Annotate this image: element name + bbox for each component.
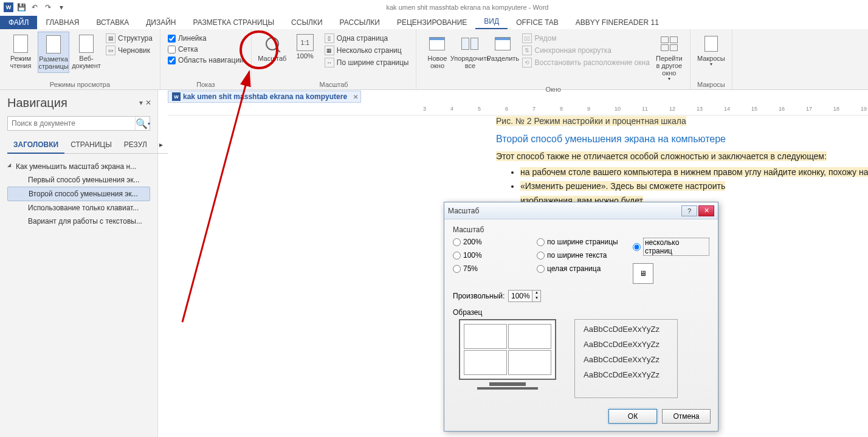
print-layout-button[interactable]: Разметка страницы <box>38 32 69 73</box>
grid-checkbox[interactable]: Сетка <box>168 45 244 53</box>
nav-item-2[interactable]: Второй способ уменьшения эк... <box>7 187 150 201</box>
read-mode-button[interactable]: Режим чтения <box>5 32 36 72</box>
reset-position-button[interactable]: ⟲Восстановить расположение окна <box>520 57 652 68</box>
title-bar: W 💾 ↶ ↷ ▾ kak umen shit masshtab ekrana … <box>0 0 868 15</box>
zoom-group-label: Масштаб <box>257 80 412 88</box>
navigation-pane: Навигация ▾ ✕ 🔍▾ ЗАГОЛОВКИ СТРАНИЦЫ РЕЗУ… <box>0 90 158 437</box>
doc-heading: Второй способ уменьшения экрана на компь… <box>496 132 868 146</box>
ok-button[interactable]: ОК <box>608 409 657 424</box>
macros-button[interactable]: Макросы▾ <box>695 32 727 70</box>
radio-75[interactable]: 75% <box>453 264 537 273</box>
multi-page-button[interactable]: ▦Несколько страниц <box>322 45 412 56</box>
qat-redo[interactable]: ↷ <box>43 2 53 13</box>
radio-100[interactable]: 100% <box>453 251 537 260</box>
tab-layout[interactable]: РАЗМЕТКА СТРАНИЦЫ <box>185 16 283 29</box>
radio-text-width[interactable]: по ширине текста <box>537 251 633 260</box>
tab-insert[interactable]: ВСТАВКА <box>88 16 137 29</box>
custom-zoom-label: Произвольный: <box>453 292 505 300</box>
dialog-title-bar[interactable]: Масштаб ? ✕ <box>444 202 718 219</box>
radio-page-width[interactable]: по ширине страницы <box>537 238 633 246</box>
ribbon: Режим чтения Разметка страницы Веб-докум… <box>0 29 868 90</box>
tab-file[interactable]: ФАЙЛ <box>0 16 37 29</box>
custom-zoom-spinner[interactable]: ▲▼ <box>508 290 541 302</box>
tab-view[interactable]: ВИД <box>475 15 508 29</box>
tab-design[interactable]: ДИЗАЙН <box>137 16 184 29</box>
sync-scroll-button[interactable]: ⇅Синхронная прокрутка <box>520 45 652 56</box>
sample-monitor <box>453 319 562 398</box>
tab-home[interactable]: ГЛАВНАЯ <box>37 16 88 29</box>
views-group-label: Режимы просмотра <box>5 80 155 88</box>
spin-up[interactable]: ▲ <box>532 291 540 296</box>
show-group-label: Показ <box>165 80 246 88</box>
draft-button[interactable]: ▭Черновик <box>103 45 155 56</box>
nav-item-root[interactable]: Как уменьшить масштаб экрана н... <box>7 160 150 173</box>
split-button[interactable]: Разделить <box>487 32 518 64</box>
sample-text-box: AaBbCcDdEeXxYyZz AaBbCcDdEeXxYyZz AaBbCc… <box>574 319 678 398</box>
doc-p1: Этот способ также не отличается особой с… <box>496 151 827 161</box>
doc-li1: на рабочем столе вашего компьютера в ниж… <box>520 167 868 177</box>
qat-save[interactable]: 💾 <box>16 2 27 13</box>
document-tab-bar: W kak umen shit masshtab ekrana na kompy… <box>168 90 361 103</box>
side-by-side-button[interactable]: ▯▯Рядом <box>520 33 652 44</box>
radio-whole-page[interactable]: целая страница <box>537 264 633 273</box>
word-icon: W <box>4 2 13 12</box>
monitor-icon: 🖥 <box>639 269 647 278</box>
search-icon[interactable]: 🔍▾ <box>135 117 150 130</box>
window-title: kak umen shit masshtab ekrana na kompyut… <box>67 4 868 11</box>
arrange-all-button[interactable]: Упорядочить все <box>454 32 486 72</box>
one-page-button[interactable]: ▯Одна страница <box>322 33 412 44</box>
radio-many-pages[interactable]: несколько страниц <box>633 238 709 256</box>
navtab-more[interactable]: ▸ <box>153 137 169 154</box>
navtab-pages[interactable]: СТРАНИЦЫ <box>64 137 118 154</box>
navtab-results[interactable]: РЕЗУЛ <box>118 137 153 154</box>
navpane-close[interactable]: ✕ <box>145 98 151 107</box>
qat-undo[interactable]: ↶ <box>29 2 40 13</box>
tab-references[interactable]: ССЫЛКИ <box>283 16 331 29</box>
navigation-title: Навигация <box>7 96 150 110</box>
navpane-dropdown[interactable]: ▾ <box>139 98 143 107</box>
horizontal-ruler[interactable]: 345678910111213141516171819202122 <box>168 105 868 115</box>
tab-mailings[interactable]: РАССЫЛКИ <box>331 16 388 29</box>
word-doc-icon: W <box>172 92 181 101</box>
page-width-button[interactable]: ↔По ширине страницы <box>322 57 412 68</box>
nav-item-1[interactable]: Первый способ уменьшения эк... <box>7 173 150 187</box>
qat-customize[interactable]: ▾ <box>56 2 67 13</box>
tab-review[interactable]: РЕЦЕНЗИРОВАНИЕ <box>388 16 475 29</box>
spin-down[interactable]: ▼ <box>532 296 540 301</box>
switch-window-button[interactable]: Перейти в другое окно▾ <box>653 32 685 84</box>
doc-caption: Рис. № 2 Режим настройки и процентная шк… <box>496 116 686 126</box>
document-tab[interactable]: W kak umen shit masshtab ekrana na kompy… <box>168 91 361 103</box>
magnifier-icon <box>266 37 279 50</box>
nav-item-3[interactable]: Использование только клавиат... <box>7 201 150 215</box>
tab-office[interactable]: OFFICE TAB <box>508 16 567 29</box>
tab-abbyy[interactable]: ABBYY FineReader 11 <box>567 16 667 29</box>
macros-group-label: Макросы <box>695 80 727 88</box>
radio-200[interactable]: 200% <box>453 238 537 246</box>
zoom-legend: Масштаб <box>453 225 709 234</box>
nav-item-4[interactable]: Вариант для работы с текстовы... <box>7 215 150 228</box>
search-input[interactable] <box>8 117 135 130</box>
ribbon-tabs: ФАЙЛ ГЛАВНАЯ ВСТАВКА ДИЗАЙН РАЗМЕТКА СТР… <box>0 15 868 29</box>
doc-li2: «Изменить решение». Здесь вы сможете нас… <box>520 181 725 191</box>
zoom-dialog: Масштаб ? ✕ Масштаб 200% 100% 75% по шир… <box>444 202 718 432</box>
navtab-headings[interactable]: ЗАГОЛОВКИ <box>7 137 64 154</box>
custom-zoom-input[interactable] <box>509 291 532 301</box>
zoom-100-button[interactable]: 1:1100% <box>289 32 321 62</box>
dialog-title: Масштаб <box>448 207 680 215</box>
outline-button[interactable]: ▤Структура <box>103 33 155 44</box>
navpane-checkbox[interactable]: Область навигации <box>168 56 244 64</box>
cancel-button[interactable]: Отмена <box>662 409 711 424</box>
zoom-button[interactable]: Масштаб <box>257 32 288 64</box>
nav-search[interactable]: 🔍▾ <box>7 116 150 131</box>
web-layout-button[interactable]: Веб-документ <box>71 32 102 72</box>
window-group-label: Окно <box>421 84 684 93</box>
sample-label: Образец <box>453 308 709 317</box>
dialog-help-icon[interactable]: ? <box>681 205 697 216</box>
new-window-button[interactable]: Новое окно <box>421 32 453 72</box>
ruler-checkbox[interactable]: Линейка <box>168 34 244 43</box>
close-tab-icon[interactable]: ✕ <box>353 94 358 100</box>
dialog-close-icon[interactable]: ✕ <box>698 205 714 216</box>
many-pages-picker[interactable]: 🖥 <box>633 263 653 284</box>
